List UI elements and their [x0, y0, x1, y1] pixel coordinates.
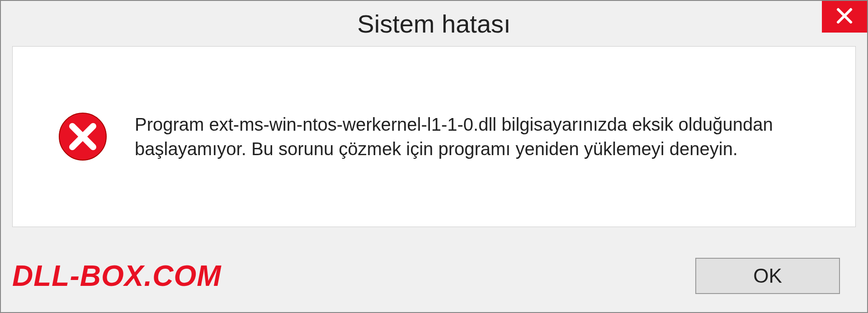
error-message: Program ext-ms-win-ntos-werkernel-l1-1-0… — [135, 112, 819, 161]
dialog-title: Sistem hatası — [357, 9, 510, 38]
titlebar: Sistem hatası — [1, 1, 867, 46]
error-icon — [58, 112, 108, 161]
footer: DLL-BOX.COM OK — [1, 240, 867, 312]
ok-button[interactable]: OK — [695, 258, 840, 294]
close-button[interactable] — [822, 1, 867, 33]
watermark-text: DLL-BOX.COM — [12, 259, 222, 293]
content-area: Program ext-ms-win-ntos-werkernel-l1-1-0… — [12, 46, 856, 227]
close-icon — [835, 7, 854, 27]
